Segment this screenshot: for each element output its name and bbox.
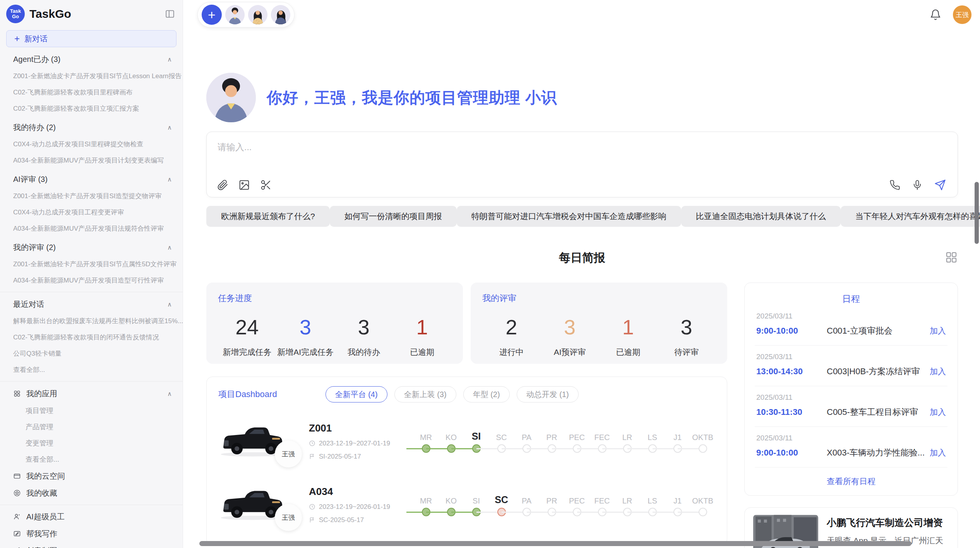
sidebar-tool-ai-staff-icon[interactable]: AI超级员工: [0, 508, 183, 525]
recent-conversation-item[interactable]: C02-飞腾新能源轻客改款项目的闭环通告反馈情况: [0, 329, 183, 346]
join-meeting-link[interactable]: 加入: [930, 366, 946, 377]
sidebar-link-cloud-space-icon[interactable]: 我的云空间: [0, 468, 183, 485]
chevron-up-icon[interactable]: ∧: [167, 176, 172, 183]
chevron-up-icon[interactable]: ∧: [167, 244, 172, 251]
dashboard-tab[interactable]: 年型 (2): [463, 386, 510, 402]
sidebar-app-item[interactable]: 变更管理: [0, 435, 183, 451]
milestone-oktb: OKTB: [690, 490, 715, 519]
milestone-sc: SC: [489, 426, 514, 456]
sidebar-item[interactable]: A034-全新新能源MUV产品开发项目造型可行性评审: [0, 272, 183, 289]
phone-icon[interactable]: [889, 180, 900, 190]
sidebar-item[interactable]: A034-全新新能源MUV产品开发项目法规符合性评审: [0, 221, 183, 237]
sidebar-collapse-icon[interactable]: [165, 9, 175, 19]
stat-label: 已逾期: [599, 347, 658, 358]
send-icon[interactable]: [934, 179, 946, 191]
schedule-event-time: 9:00-10:00: [756, 326, 821, 336]
milestone-label: MR: [413, 490, 439, 505]
chevron-up-icon[interactable]: ∧: [167, 390, 172, 397]
attachment-icon[interactable]: [217, 179, 228, 191]
horizontal-scrollbar[interactable]: [199, 541, 911, 546]
dashboard-tab[interactable]: 动总开发 (1): [517, 386, 579, 402]
recent-conversation-item[interactable]: 公司Q3轻卡销量: [0, 346, 183, 362]
sidebar-item[interactable]: Z001-全新燃油皮卡产品开发项目SI节点Lesson Learn报告: [0, 68, 183, 84]
main-area: + 王强 你好，王强，我是你的项目管理助理 小识: [183, 0, 980, 548]
milestone-dot[interactable]: [699, 508, 707, 516]
chevron-up-icon[interactable]: ∧: [167, 124, 172, 131]
milestone-label: KO: [439, 490, 464, 505]
join-meeting-link[interactable]: 加入: [930, 325, 946, 336]
stat-label: 已逾期: [393, 347, 451, 358]
schedule-event: 2025/03/1110:30-11:30C005-整车工程目标评审加入: [755, 386, 947, 427]
schedule-event-date: 2025/03/11: [756, 353, 946, 361]
sidebar-item[interactable]: Z001-全新燃油轻卡产品开发项目SI节点属性5D文件评审: [0, 256, 183, 272]
project-code[interactable]: A034: [309, 486, 406, 498]
scissors-icon[interactable]: [260, 179, 272, 191]
schedule-card: 日程 2025/03/119:00-10:00C001-立项审批会加入2025/…: [744, 283, 958, 496]
stat-label: 新增AI完成任务: [276, 347, 335, 358]
chevron-up-icon[interactable]: ∧: [167, 301, 172, 308]
suggestion-chip[interactable]: 欧洲新规最近颁布了什么?: [206, 206, 330, 227]
sidebar-app-item[interactable]: 查看全部...: [0, 451, 183, 468]
vertical-scrollbar[interactable]: [975, 182, 979, 244]
chat-input[interactable]: [218, 142, 728, 152]
sidebar-section-title: 我的待办 (2): [13, 122, 56, 133]
dashboard-tab[interactable]: 全新上装 (3): [394, 386, 456, 402]
user-avatar[interactable]: 王强: [953, 5, 971, 24]
chat-input-box[interactable]: [206, 132, 958, 197]
sidebar-tool-writing-icon[interactable]: 帮我写作: [0, 525, 183, 542]
suggestion-chip[interactable]: 当下年轻人对汽车外观有怎样的喜好趋势: [841, 206, 980, 227]
teammate-avatar[interactable]: [225, 5, 245, 24]
layout-grid-icon[interactable]: [945, 251, 958, 264]
suggestion-chip[interactable]: 特朗普可能对进口汽车增税会对中国车企造成哪些影响: [457, 206, 681, 227]
milestone-si: SI: [464, 426, 489, 456]
milestone-lr: LR: [615, 490, 640, 519]
new-chat-button[interactable]: + 新对话: [6, 30, 176, 47]
stat-grid: 2进行中3AI预评审1已逾期3待评审: [482, 315, 716, 358]
project-flag-text: SI-2025-05-17: [319, 453, 361, 461]
milestone-dot[interactable]: [699, 444, 707, 453]
project-row: 王强A0342023-12-19~2026-01-19SC-2025-05-17…: [218, 480, 715, 529]
sidebar-item[interactable]: C0X4-动力总成开发项目SI里程碑提交物检查: [0, 136, 183, 152]
chevron-up-icon[interactable]: ∧: [167, 56, 172, 63]
news-title: 小鹏飞行汽车制造公司增资: [827, 516, 943, 529]
milestone-dot-row: [690, 442, 715, 456]
suggestion-chip[interactable]: 比亚迪全固态电池计划具体说了什么: [681, 206, 841, 227]
teammate-avatar[interactable]: [271, 5, 290, 24]
sidebar-link-label: 我的收藏: [26, 488, 57, 498]
recent-conversation-item[interactable]: 解释最新出台的欧盟报废车法规再生塑料比例被调至15%...: [0, 313, 183, 329]
sidebar-app-item[interactable]: 项目管理: [0, 402, 183, 419]
sidebar-tool-drawing-icon[interactable]: 创意制图: [0, 542, 183, 548]
sidebar-item[interactable]: C02-飞腾新能源轻客改款项目里程碑画布: [0, 84, 183, 101]
app-title: TaskGo: [29, 7, 71, 21]
teammate-avatar[interactable]: [248, 5, 267, 24]
notification-bell-icon[interactable]: [930, 9, 941, 21]
recent-conversation-item[interactable]: 查看全部...: [0, 362, 183, 378]
sidebar-item-my-apps[interactable]: 我的应用∧: [0, 385, 183, 402]
stat-item: 1已逾期: [393, 315, 451, 358]
milestone-pr: PR: [539, 490, 564, 519]
greeting-text: 你好，王强，我是你的项目管理助理 小识: [267, 87, 557, 108]
sidebar-link-favorites-icon[interactable]: 我的收藏: [0, 485, 183, 502]
microphone-icon[interactable]: [912, 180, 923, 190]
add-member-button[interactable]: +: [202, 5, 222, 25]
sidebar-item[interactable]: C0X4-动力总成开发项目工程变更评审: [0, 204, 183, 221]
divider: [0, 505, 183, 505]
view-all-schedule-link[interactable]: 查看所有日程: [755, 468, 947, 490]
image-icon[interactable]: [238, 179, 250, 191]
project-date-range: 2023-12-19~2026-01-19: [309, 503, 406, 511]
milestone-label: PEC: [564, 426, 589, 442]
sidebar-item[interactable]: A034-全新新能源MUV产品开发项目计划变更表编写: [0, 152, 183, 169]
assistant-avatar: [206, 73, 256, 122]
join-meeting-link[interactable]: 加入: [930, 447, 946, 458]
sidebar-app-item[interactable]: 产品管理: [0, 419, 183, 435]
sidebar-section-header: Agent已办 (3)∧: [0, 50, 183, 68]
app-logo: Task Go: [6, 5, 25, 23]
project-code[interactable]: Z001: [309, 422, 406, 434]
dashboard-tab[interactable]: 全新平台 (4): [326, 386, 387, 402]
sidebar-item[interactable]: Z001-全新燃油轻卡产品开发项目SI造型提交物评审: [0, 188, 183, 204]
join-meeting-link[interactable]: 加入: [930, 407, 946, 418]
sidebar-item[interactable]: C02-飞腾新能源轻客改款项目立项汇报方案: [0, 101, 183, 117]
plus-icon: +: [14, 34, 20, 43]
suggestion-chip[interactable]: 如何写一份清晰的项目周报: [330, 206, 457, 227]
milestone-label: KO: [439, 426, 464, 442]
